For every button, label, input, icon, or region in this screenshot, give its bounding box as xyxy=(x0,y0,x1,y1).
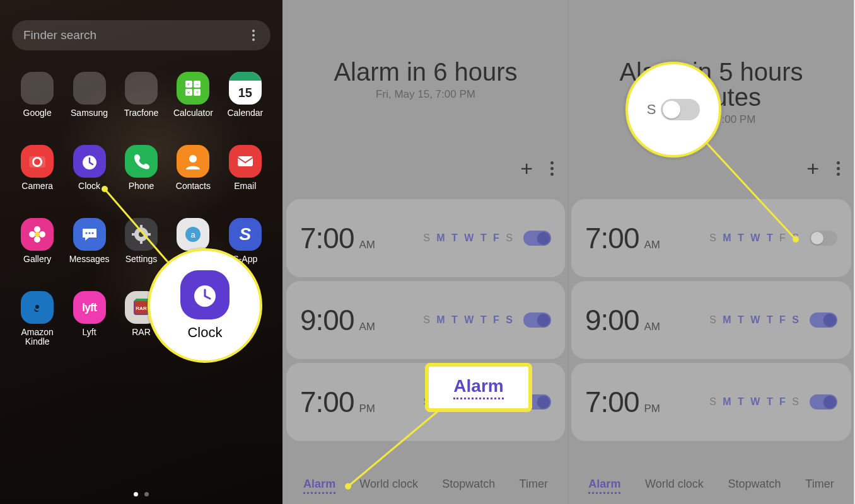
add-alarm-button[interactable]: + xyxy=(801,155,824,181)
alarm-toggle[interactable] xyxy=(810,312,837,328)
app-label: Samsung xyxy=(71,108,108,129)
app-label: Amazon Kindle xyxy=(12,328,62,348)
app-label: Phone xyxy=(129,181,154,202)
app-label: Email xyxy=(234,181,256,202)
app-email[interactable]: Email xyxy=(219,145,271,202)
alarm-toggle[interactable] xyxy=(810,231,837,246)
alarm-time: 7:00PM xyxy=(585,385,660,419)
svg-point-23 xyxy=(139,232,144,237)
app-icon xyxy=(73,72,106,105)
app-label: Camera xyxy=(21,181,53,202)
alarm-days: S M T W T F S xyxy=(423,232,515,244)
tab-world-clock[interactable]: World clock xyxy=(359,478,418,494)
tab-stopwatch[interactable]: Stopwatch xyxy=(442,478,495,494)
alarm-toolbar: + xyxy=(801,155,846,181)
bottom-tabs: AlarmWorld clockStopwatchTimer xyxy=(569,471,854,500)
alarm-time: 9:00AM xyxy=(300,303,375,337)
app-tracfone[interactable]: Tracfone xyxy=(115,72,167,129)
app-samsung[interactable]: Samsung xyxy=(63,72,115,129)
more-options-icon[interactable] xyxy=(243,25,264,46)
alarm-list: 7:00AMS M T W T F S9:00AMS M T W T F S7:… xyxy=(569,199,854,471)
alarm-header: Alarm in 6 hours Fri, May 15, 7:00 PM xyxy=(284,0,567,101)
app-icon: a xyxy=(177,218,209,251)
app-icon: S xyxy=(229,218,262,251)
svg-text:+: + xyxy=(187,81,190,88)
alarm-card[interactable]: 7:00AMS M T W T F S xyxy=(286,199,565,277)
tab-world-clock[interactable]: World clock xyxy=(645,478,704,494)
svg-text:RAR: RAR xyxy=(136,306,147,311)
alarm-days: S M T W T F S xyxy=(709,232,801,244)
search-input[interactable] xyxy=(23,28,243,42)
app-camera[interactable]: Camera xyxy=(11,145,63,202)
overflow-menu-icon[interactable] xyxy=(544,158,560,180)
app-icon xyxy=(125,72,158,105)
svg-rect-24 xyxy=(140,225,142,229)
highlight-day-letter: S xyxy=(647,101,656,118)
app-label: Clock xyxy=(78,181,100,202)
panel-alarm-before: Alarm in 6 hours Fri, May 15, 7:00 PM + … xyxy=(284,0,569,504)
alarm-tab-highlight-label: Alarm xyxy=(453,376,503,399)
app-amazon-kindle[interactable]: Amazon Kindle xyxy=(11,291,63,348)
bottom-tabs: AlarmWorld clockStopwatchTimer xyxy=(284,471,567,500)
app-icon: 15 xyxy=(229,72,262,105)
app-calculator[interactable]: +−×÷Calculator xyxy=(167,72,219,129)
clock-highlight-label: Clock xyxy=(187,324,222,341)
alarm-toolbar: + xyxy=(515,155,560,181)
app-label: Messages xyxy=(69,255,110,275)
tab-stopwatch[interactable]: Stopwatch xyxy=(728,478,781,494)
app-clock[interactable]: Clock xyxy=(63,145,115,202)
page-indicator[interactable] xyxy=(0,492,282,496)
svg-point-10 xyxy=(34,159,40,165)
app-contacts[interactable]: Contacts xyxy=(167,145,219,202)
next-alarm-subtitle: Fri, May 15, 7:00 PM xyxy=(284,88,567,101)
app-icon xyxy=(21,218,54,251)
app-label: Settings xyxy=(125,255,158,275)
tab-timer[interactable]: Timer xyxy=(805,478,834,494)
alarm-card[interactable]: 7:00PMS M T W T F S xyxy=(571,363,851,441)
clock-app-highlight: Clock xyxy=(148,248,262,363)
app-messages[interactable]: Messages xyxy=(63,218,115,275)
alarm-time: 7:00AM xyxy=(300,221,375,255)
app-label: Google xyxy=(23,108,52,129)
app-label: RAR xyxy=(132,328,151,348)
alarm-toggle[interactable] xyxy=(810,394,837,410)
app-calendar[interactable]: 15Calendar xyxy=(219,72,271,129)
clock-icon xyxy=(180,270,230,319)
app-lyft[interactable]: lyftLyft xyxy=(63,291,115,348)
app-icon xyxy=(73,218,106,251)
svg-point-15 xyxy=(34,236,40,243)
alarm-card[interactable]: 9:00AMS M T W T F S xyxy=(571,281,851,359)
app-label: Lyft xyxy=(83,328,96,348)
overflow-menu-icon[interactable] xyxy=(830,158,846,180)
alarm-toggle[interactable] xyxy=(523,312,551,328)
tutorial-three-panel: GoogleSamsungTracfone+−×÷Calculator15Cal… xyxy=(0,0,855,504)
tab-timer[interactable]: Timer xyxy=(520,478,548,494)
tab-alarm[interactable]: Alarm xyxy=(303,478,335,494)
app-icon: lyft xyxy=(73,291,106,324)
alarm-card[interactable]: 9:00AMS M T W T F S xyxy=(286,281,565,359)
svg-point-16 xyxy=(29,231,35,238)
svg-text:÷: ÷ xyxy=(196,89,199,96)
finder-search-bar[interactable] xyxy=(12,20,270,50)
tab-alarm[interactable]: Alarm xyxy=(588,478,620,494)
alarm-days: S M T W T F S xyxy=(709,396,801,408)
alarm-time: 7:00PM xyxy=(300,385,375,419)
app-settings[interactable]: Settings xyxy=(115,218,167,275)
app-label: Calculator xyxy=(173,108,213,129)
svg-point-21 xyxy=(91,232,93,234)
add-alarm-button[interactable]: + xyxy=(515,155,538,181)
svg-rect-25 xyxy=(140,240,142,244)
alarm-time: 7:00AM xyxy=(585,221,660,255)
panel-launcher: GoogleSamsungTracfone+−×÷Calculator15Cal… xyxy=(0,0,284,504)
app-phone[interactable]: Phone xyxy=(115,145,167,202)
app-icon xyxy=(21,145,54,178)
app-icon xyxy=(177,145,209,178)
app-google[interactable]: Google xyxy=(11,72,63,129)
alarm-toggle[interactable] xyxy=(523,231,551,246)
svg-point-31 xyxy=(35,305,39,309)
alarm-card[interactable]: 7:00AMS M T W T F S xyxy=(571,199,851,277)
alarm-tab-highlight: Alarm xyxy=(425,363,532,412)
alarm-days: S M T W T F S xyxy=(423,314,515,326)
app-gallery[interactable]: Gallery xyxy=(11,218,63,275)
app-icon xyxy=(21,72,54,105)
